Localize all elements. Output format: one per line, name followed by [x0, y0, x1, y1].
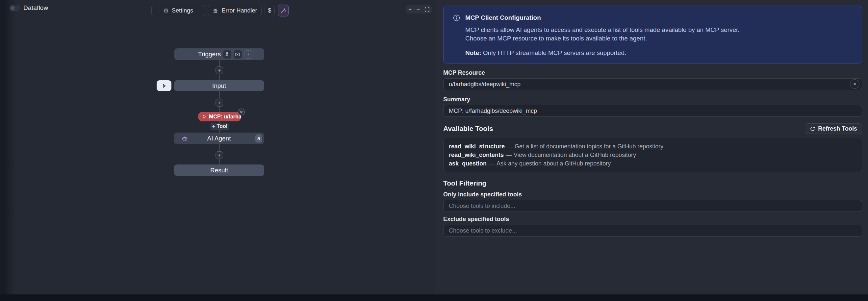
include-tools-label: Only include specified tools	[443, 191, 862, 198]
mcp-resource-input[interactable]	[443, 78, 862, 90]
tool-separator: —	[487, 160, 497, 167]
collapsed-sidebar-edge	[0, 0, 5, 301]
dataflow-toggle[interactable]	[9, 5, 20, 11]
settings-button[interactable]: ⚙ Settings	[151, 5, 205, 16]
zoom-in-button[interactable]: +	[408, 7, 412, 12]
tool-filtering-heading: Tool Filtering	[443, 179, 862, 187]
settings-label: Settings	[172, 7, 193, 14]
gear-icon: ⚙	[163, 7, 169, 14]
info-icon	[453, 14, 460, 55]
fit-view-icon[interactable]	[425, 7, 429, 12]
toggle-knob	[10, 6, 15, 10]
available-tools-heading: Available Tools	[443, 125, 493, 132]
node-result[interactable]: Result	[174, 164, 264, 176]
triggers-label: Triggers	[198, 51, 221, 58]
tool-separator: —	[504, 152, 514, 158]
result-label: Result	[210, 167, 228, 174]
flow-canvas[interactable]: Dataflow ⚙ Settings Error Handler $	[5, 0, 437, 301]
exclude-tools-input[interactable]	[443, 225, 862, 237]
available-tools-list: read_wiki_structure—Get a list of docume…	[443, 138, 862, 172]
app-window: Dataflow ⚙ Settings Error Handler $	[0, 0, 868, 301]
refresh-tools-button[interactable]: Refresh Tools	[805, 123, 862, 134]
bottom-edge	[0, 294, 868, 301]
robot-icon	[182, 135, 188, 142]
zoom-out-button[interactable]: −	[416, 7, 420, 12]
tool-list-item: ask_question—Ask any question about a Gi…	[449, 159, 857, 168]
magic-wand-icon	[280, 7, 286, 14]
note-label: Note:	[465, 49, 482, 56]
canvas-toolbar: ⚙ Settings Error Handler $	[151, 5, 288, 17]
node-ai-agent[interactable]: AI Agent a	[174, 132, 264, 144]
dollar-icon: $	[268, 7, 271, 14]
tool-name: read_wiki_contents	[449, 152, 504, 158]
tool-description: Ask any question about a GitHub reposito…	[497, 160, 611, 167]
insert-step-button-2[interactable]: +	[216, 99, 223, 107]
play-icon	[161, 83, 167, 89]
tool-list-item: read_wiki_structure—Get a list of docume…	[449, 142, 857, 151]
insert-step-button-1[interactable]: +	[216, 66, 223, 74]
variables-button[interactable]: $	[265, 5, 275, 16]
refresh-tools-label: Refresh Tools	[818, 125, 857, 132]
tool-separator: —	[505, 143, 515, 150]
bug-icon	[212, 7, 218, 14]
error-handler-label: Error Handler	[221, 7, 257, 14]
error-handler-button[interactable]: Error Handler	[208, 5, 261, 16]
summary-label: Summary	[443, 96, 862, 103]
banner-title: MCP Client Configuration	[465, 14, 852, 21]
tool-description: View documentation about a GitHub reposi…	[514, 152, 636, 158]
banner-line-2: Choose an MCP resource to make its tools…	[465, 34, 852, 43]
input-label: Input	[212, 82, 226, 89]
run-flow-button[interactable]	[157, 80, 172, 91]
note-text: Only HTTP streamable MCP servers are sup…	[482, 49, 626, 56]
ai-agent-label: AI Agent	[207, 135, 231, 142]
mcp-resource-label: MCP Resource	[443, 69, 862, 76]
banner-line-1: MCP clients allow AI agents to access an…	[465, 26, 852, 34]
mcp-info-banner: MCP Client Configuration MCP clients all…	[443, 6, 862, 63]
exclude-tools-label: Exclude specified tools	[443, 216, 862, 223]
email-trigger-icon[interactable]	[234, 50, 242, 59]
add-trigger-button[interactable]: +	[244, 50, 252, 59]
zoom-controls: + −	[406, 5, 432, 13]
tool-list-item: read_wiki_contents—View documentation ab…	[449, 151, 857, 159]
page-title: Dataflow	[23, 4, 49, 11]
summary-input[interactable]	[443, 105, 862, 117]
webhook-trigger-icon[interactable]	[223, 50, 231, 59]
canvas-header: Dataflow	[9, 4, 49, 11]
include-tools-input[interactable]	[443, 200, 862, 212]
mcp-config-panel: MCP Client Configuration MCP clients all…	[437, 0, 868, 301]
node-input[interactable]: Input	[174, 80, 264, 91]
tool-description: Get a list of documentation topics for a…	[515, 143, 663, 150]
refresh-icon	[810, 126, 815, 131]
mcp-tool-label: MCP: u/farhadgl...	[209, 114, 241, 120]
node-mcp-tool[interactable]: MCP: u/farhadgl...	[198, 112, 241, 121]
remove-mcp-tool-button[interactable]: ✕	[238, 109, 245, 116]
node-triggers[interactable]: Triggers +	[175, 48, 264, 60]
panel-divider[interactable]	[437, 0, 437, 301]
agent-avatar-badge: a	[255, 134, 262, 143]
tool-name: read_wiki_structure	[449, 143, 505, 150]
plug-icon	[202, 114, 207, 119]
banner-note: Note: Only HTTP streamable MCP servers a…	[465, 49, 852, 57]
clear-resource-button[interactable]: ✕	[850, 79, 860, 89]
tool-name: ask_question	[449, 160, 487, 167]
add-tool-button[interactable]: + Tool	[211, 123, 229, 130]
ai-assistant-button[interactable]	[278, 5, 288, 17]
insert-step-button-3[interactable]: +	[216, 151, 223, 159]
